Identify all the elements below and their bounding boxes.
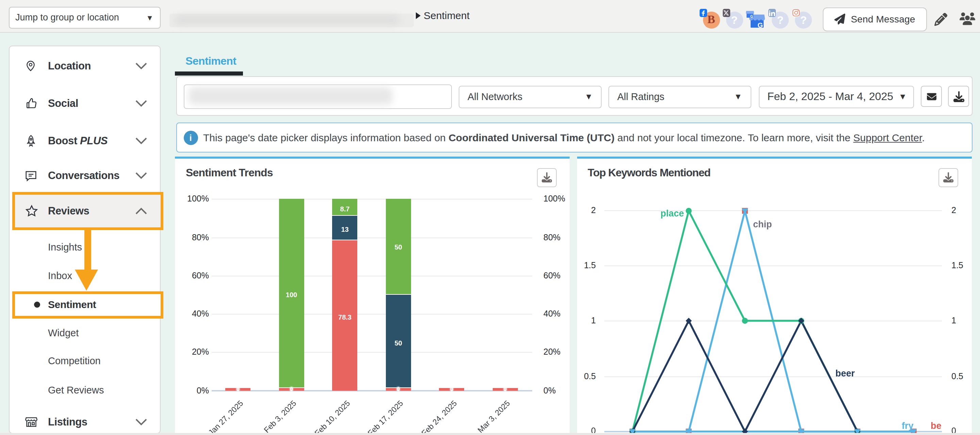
svg-text:G: G [750, 14, 753, 18]
svg-text:G: G [757, 21, 763, 29]
